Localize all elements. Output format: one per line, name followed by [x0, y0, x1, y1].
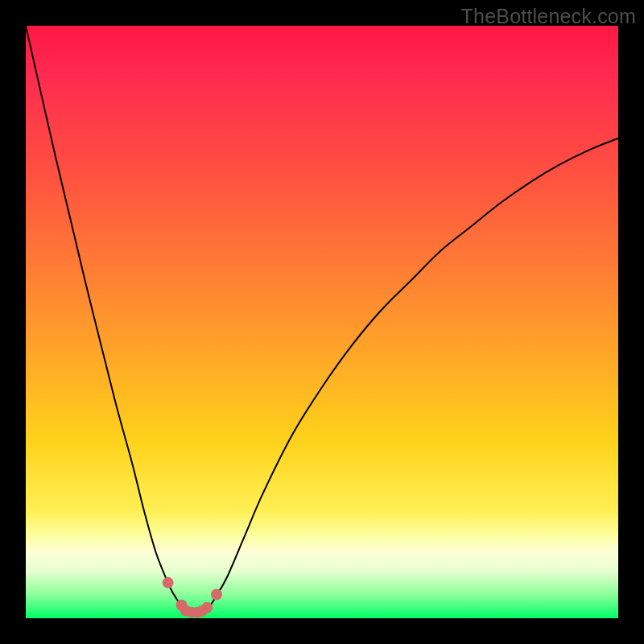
- plot-area: [26, 26, 618, 618]
- marker-dot: [201, 602, 213, 613]
- watermark-text: TheBottleneck.com: [461, 5, 636, 28]
- marker-dot: [163, 577, 174, 588]
- marker-dot: [211, 589, 222, 601]
- marker-cluster: [163, 577, 222, 618]
- bottleneck-curve: [26, 26, 618, 613]
- curve-layer: [26, 26, 618, 618]
- chart-frame: TheBottleneck.com: [0, 0, 644, 644]
